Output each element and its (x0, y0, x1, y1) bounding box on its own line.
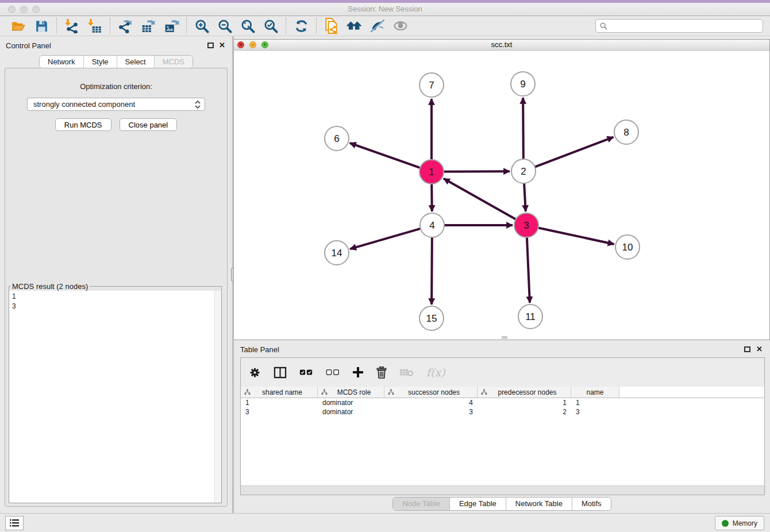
node-label: 7 (429, 80, 434, 91)
edge-1-to-6[interactable] (350, 143, 421, 168)
node-9[interactable]: 9 (511, 72, 535, 96)
maximize-window-button[interactable] (32, 6, 40, 13)
node-1[interactable]: 1 (419, 160, 444, 184)
node-6[interactable]: 6 (325, 126, 349, 151)
zoom-in-button[interactable] (194, 18, 210, 34)
task-history-button[interactable] (5, 516, 24, 530)
tab-select[interactable]: Select (117, 56, 154, 68)
mcds-result-list[interactable]: 1 3 (9, 291, 221, 503)
node-15[interactable]: 15 (419, 306, 444, 330)
open-session-button[interactable] (10, 18, 26, 34)
criterion-select[interactable]: strongly connected component (27, 98, 205, 111)
tab-node-table[interactable]: Node Table (393, 498, 449, 510)
node-label: 3 (523, 220, 529, 231)
export-table-button[interactable] (140, 18, 156, 34)
column-tree-icon (388, 389, 394, 395)
table-hscrollbar[interactable] (241, 485, 764, 495)
column-header-shared-name[interactable]: shared name (241, 387, 318, 398)
network-close-button[interactable]: ✕ (237, 41, 244, 48)
table-row[interactable]: 1dominator411 (241, 398, 764, 407)
node-11[interactable]: 11 (518, 304, 542, 329)
zoom-fit-button[interactable] (240, 18, 256, 34)
network-canvas[interactable]: 7968124314101511 (234, 51, 769, 340)
control-panel: Control Panel ✕ Network Style Select MCD… (0, 36, 232, 513)
toggle-panes-icon[interactable] (274, 367, 287, 379)
column-header-predecessor-nodes[interactable]: predecessor nodes (478, 387, 571, 398)
import-table-button[interactable] (87, 18, 103, 34)
edge-1-to-4[interactable] (432, 184, 432, 211)
import-network-button[interactable] (64, 18, 80, 34)
hide-graphics-icon (369, 18, 386, 33)
export-network-button[interactable] (117, 18, 133, 34)
column-header-label: shared name (251, 388, 317, 396)
network-maximize-button[interactable]: + (261, 41, 268, 48)
edge-2-to-3[interactable] (524, 183, 526, 211)
edge-2-to-8[interactable] (535, 137, 614, 167)
close-panel-button[interactable]: Close panel (120, 118, 178, 131)
close-window-button[interactable] (8, 6, 16, 13)
node-2[interactable]: 2 (511, 159, 536, 183)
network-minimize-button[interactable]: − (249, 41, 256, 48)
window-controls (8, 6, 40, 13)
column-header-name[interactable]: name (571, 387, 619, 398)
edge-4-to-15[interactable] (432, 237, 432, 304)
tab-style[interactable]: Style (83, 56, 117, 68)
criterion-selected-value: strongly connected component (33, 100, 135, 109)
unselect-all-columns-icon[interactable] (326, 369, 340, 376)
memory-button[interactable]: Memory (715, 516, 764, 530)
select-all-columns-icon[interactable] (299, 369, 313, 376)
refresh-button[interactable] (293, 18, 309, 34)
mcds-tab-content: Optimization criterion: strongly connect… (5, 68, 228, 507)
run-mcds-button[interactable]: Run MCDS (55, 118, 111, 131)
delete-table-icon[interactable] (399, 368, 414, 377)
column-header-MCDS-role[interactable]: MCDS role (318, 387, 384, 398)
node-14[interactable]: 14 (325, 241, 349, 265)
edge-3-to-11[interactable] (527, 237, 530, 303)
result-scrollbar[interactable] (214, 291, 221, 503)
table-cell: 1 (478, 398, 571, 407)
minimize-window-button[interactable] (20, 6, 28, 13)
tab-mcds[interactable]: MCDS (154, 56, 192, 68)
node-10[interactable]: 10 (615, 235, 640, 259)
close-table-panel-icon[interactable]: ✕ (756, 345, 763, 353)
edge-3-to-10[interactable] (538, 228, 614, 244)
edge-4-to-14[interactable] (350, 229, 421, 249)
export-image-button[interactable] (163, 18, 179, 34)
delete-column-icon[interactable] (376, 367, 387, 379)
float-table-panel-icon[interactable] (744, 346, 750, 352)
zoom-selected-button[interactable] (263, 18, 279, 34)
column-tree-icon (321, 389, 328, 395)
node-4[interactable]: 4 (420, 213, 444, 237)
tab-edge-table[interactable]: Edge Table (449, 498, 506, 510)
tab-motifs[interactable]: Motifs (572, 498, 611, 510)
table-panel-tabs: Node Table Edge Table Network Table Moti… (234, 497, 770, 511)
houses-button[interactable] (346, 18, 363, 34)
save-session-button[interactable] (33, 18, 49, 34)
node-7[interactable]: 7 (419, 73, 444, 97)
node-3[interactable]: 3 (514, 213, 538, 237)
search-field (595, 19, 763, 33)
node-8[interactable]: 8 (614, 120, 638, 144)
search-input[interactable] (608, 20, 763, 32)
add-column-icon[interactable] (352, 367, 364, 378)
column-header-successor-nodes[interactable]: successor nodes (384, 387, 478, 398)
tab-network-table[interactable]: Network Table (506, 498, 572, 510)
close-panel-icon[interactable]: ✕ (219, 41, 225, 49)
tab-network[interactable]: Network (40, 56, 83, 68)
result-line: 1 (12, 292, 212, 302)
canvas-scroll-thumb[interactable] (502, 336, 507, 339)
edge-1-to-2[interactable] (444, 171, 510, 172)
hide-graphics-details-button[interactable] (369, 18, 386, 34)
network-window-titlebar[interactable]: ✕ − + scc.txt (234, 40, 769, 51)
settings-gear-icon[interactable] (249, 367, 261, 379)
network-graph: 7968124314101511 (234, 51, 769, 340)
edge-3-to-1[interactable] (444, 179, 516, 219)
table-cell: 4 (384, 398, 478, 407)
edge-2-to-9[interactable] (523, 98, 523, 159)
column-header-label: name (575, 388, 619, 396)
show-graphics-details-button[interactable] (392, 18, 409, 34)
float-panel-icon[interactable] (207, 43, 214, 48)
zoom-out-button[interactable] (217, 18, 233, 34)
table-row[interactable]: 3dominator323 (241, 407, 764, 417)
duplicate-network-button[interactable] (324, 18, 340, 34)
